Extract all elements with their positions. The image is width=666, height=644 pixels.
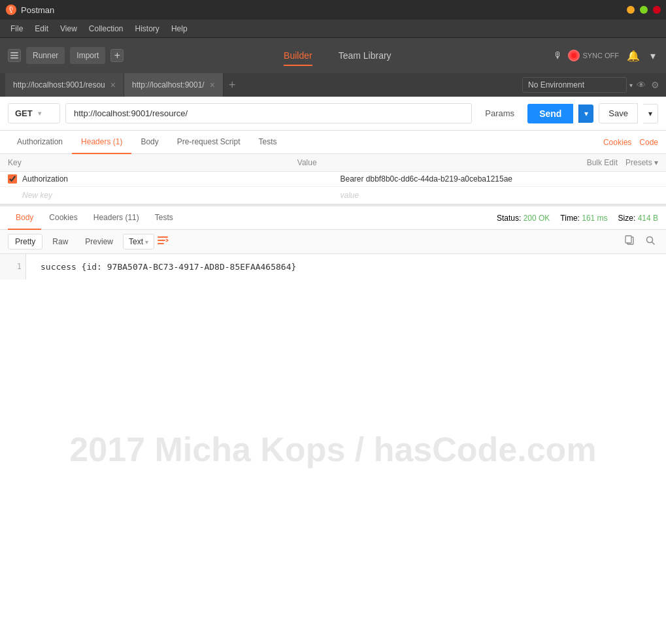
env-settings-button[interactable]: ⚙ [650, 78, 661, 91]
add-tab-button[interactable]: + [224, 73, 241, 97]
presets-chevron-icon: ▾ [654, 158, 658, 167]
format-preview-button[interactable]: Preview [78, 234, 120, 250]
resp-tab-tests[interactable]: Tests [147, 206, 181, 230]
menu-file[interactable]: File [5, 23, 28, 35]
tab-prerequest[interactable]: Pre-request Script [168, 131, 250, 154]
tab-headers[interactable]: Headers (1) [72, 131, 131, 154]
watermark: 2017 Micha Kops / hasCode.com [69, 430, 596, 469]
menu-history[interactable]: History [130, 23, 165, 35]
svg-rect-4 [158, 236, 168, 238]
menu-edit[interactable]: Edit [29, 23, 54, 35]
notification-button[interactable]: 🔔 [624, 47, 642, 65]
header-checkbox-1[interactable] [8, 174, 17, 184]
tab-strip: http://localhost:9001/resou × http://loc… [0, 73, 666, 97]
svg-line-10 [652, 242, 655, 245]
resp-tab-cookies[interactable]: Cookies [41, 206, 85, 230]
tab-body[interactable]: Body [131, 131, 167, 154]
chevron-down-button[interactable]: ▾ [648, 47, 658, 65]
method-select[interactable]: GET ▾ [8, 103, 60, 123]
runner-button[interactable]: Runner [26, 47, 65, 64]
request-tab-2[interactable]: http://localhost:9001/ × [124, 73, 224, 97]
sync-dot [568, 50, 580, 61]
sync-label: SYNC OFF [582, 52, 619, 59]
menu-view[interactable]: View [55, 23, 82, 35]
response-body-content: 1 success {id: 97BA507A-BC73-4917-AD8D-8… [0, 254, 666, 644]
response-actions [622, 234, 658, 250]
url-input[interactable] [65, 103, 472, 123]
svg-point-0 [6, 5, 16, 15]
size-label: Size: 414 B [618, 214, 658, 223]
sync-area: 🎙 SYNC OFF [551, 48, 619, 63]
content-area: GET ▾ Params Send ▾ Save ▾ Authorization… [0, 97, 666, 644]
save-dropdown-button[interactable]: ▾ [643, 104, 658, 123]
search-response-button[interactable] [642, 234, 658, 250]
header-value-1: Bearer dbbf8b0c-dd6c-44da-b219-a0ceba121… [341, 174, 659, 184]
table-row: Authorization Bearer dbbf8b0c-dd6c-44da-… [0, 172, 666, 187]
environment-select[interactable]: No Environment [522, 77, 627, 93]
menu-collection[interactable]: Collection [84, 23, 129, 35]
presets-link[interactable]: Presets ▾ [625, 158, 658, 167]
request-tab-2-label: http://localhost:9001/ [132, 80, 205, 89]
env-dropdown-arrow-icon: ▾ [629, 82, 633, 89]
new-header-row: New key value [0, 187, 666, 204]
request-tab-1-label: http://localhost:9001/resou [13, 80, 105, 89]
close-button[interactable] [653, 6, 661, 14]
tab-tests[interactable]: Tests [249, 131, 286, 154]
resp-tab-body[interactable]: Body [8, 206, 41, 230]
response-tabs: Body Cookies Headers (11) Tests Status: … [0, 206, 666, 230]
headers-header: Key Value Bulk Edit Presets ▾ [0, 154, 666, 172]
menu-help[interactable]: Help [166, 23, 193, 35]
time-label: Time: 161 ms [560, 214, 607, 223]
new-value-input[interactable]: value [341, 191, 659, 200]
save-button[interactable]: Save [599, 103, 638, 123]
resp-tab-headers[interactable]: Headers (11) [86, 206, 147, 230]
send-dropdown-button[interactable]: ▾ [578, 105, 593, 123]
postman-logo-icon [5, 4, 17, 16]
tab-authorization[interactable]: Authorization [8, 131, 72, 154]
wrap-lines-button[interactable] [157, 234, 169, 250]
bulk-edit-link[interactable]: Bulk Edit [587, 158, 618, 167]
main-toolbar: Runner Import + Builder Team Library 🎙 S… [0, 38, 666, 73]
close-tab-2[interactable]: × [210, 80, 215, 90]
maximize-button[interactable] [640, 6, 648, 14]
response-body-toolbar: Pretty Raw Preview Text ▾ [0, 230, 666, 254]
svg-rect-3 [10, 57, 18, 59]
title-bar: Postman [0, 0, 666, 20]
key-column-label: Key [8, 158, 297, 167]
main-tabs: Builder Team Library [129, 46, 546, 65]
status-label: Status: 200 OK [497, 214, 550, 223]
tab-builder[interactable]: Builder [284, 46, 312, 65]
type-dropdown[interactable]: Text ▾ [123, 234, 154, 250]
response-status: Status: 200 OK Time: 161 ms Size: 414 B [497, 214, 658, 223]
type-chevron-icon: ▾ [145, 238, 148, 246]
svg-rect-2 [10, 55, 18, 56]
format-pretty-button[interactable]: Pretty [8, 234, 42, 250]
import-button[interactable]: Import [70, 47, 105, 64]
status-time: 161 ms [582, 214, 607, 223]
close-tab-1[interactable]: × [110, 80, 116, 90]
new-key-input[interactable]: New key [22, 191, 341, 200]
env-eye-button[interactable]: 👁 [635, 78, 647, 91]
code-link[interactable]: Code [639, 138, 658, 147]
request-tab-1[interactable]: http://localhost:9001/resou × [5, 73, 124, 97]
menu-bar: File Edit View Collection History Help [0, 20, 666, 38]
response-code: success {id: 97BA507A-BC73-4917-AD8D-85E… [33, 254, 666, 281]
svg-rect-6 [158, 243, 164, 244]
svg-rect-8 [625, 236, 631, 243]
copy-response-button[interactable] [622, 234, 637, 250]
params-button[interactable]: Params [477, 104, 522, 123]
svg-rect-1 [10, 52, 18, 54]
tab-team-library[interactable]: Team Library [339, 46, 391, 65]
cookies-link[interactable]: Cookies [603, 138, 631, 147]
env-wrapper: No Environment ▾ 👁 ⚙ [517, 77, 666, 93]
format-raw-button[interactable]: Raw [45, 234, 75, 250]
new-tab-button[interactable]: + [110, 49, 124, 62]
headers-table: Key Value Bulk Edit Presets ▾ Authorizat… [0, 154, 666, 204]
send-button[interactable]: Send [527, 104, 573, 123]
line-numbers: 1 [0, 254, 26, 280]
minimize-button[interactable] [627, 6, 635, 14]
svg-rect-5 [158, 240, 165, 241]
method-chevron-icon: ▾ [38, 110, 41, 117]
microphone-icon[interactable]: 🎙 [551, 48, 565, 63]
sidebar-toggle-button[interactable] [8, 49, 21, 62]
